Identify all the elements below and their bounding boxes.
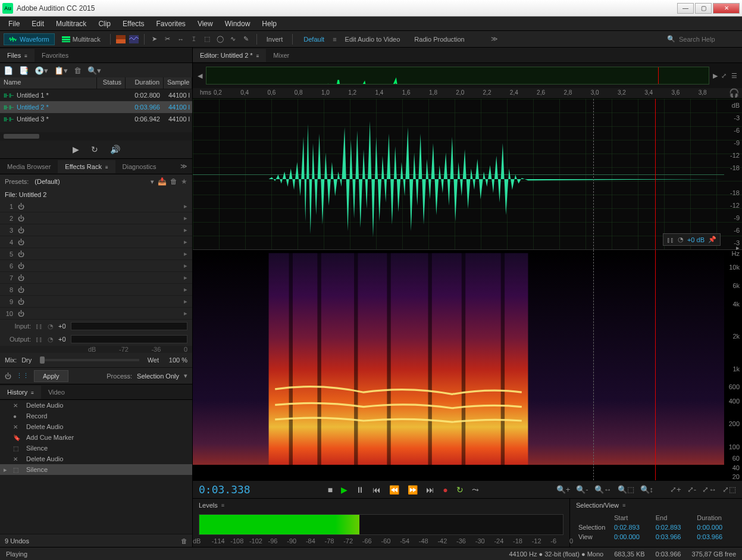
- power-icon[interactable]: ⏻: [18, 239, 24, 246]
- dropdown-chevron-icon[interactable]: ▾: [184, 372, 187, 380]
- chevron-right-icon[interactable]: ▸: [184, 309, 187, 317]
- minimize-button[interactable]: —: [677, 3, 694, 14]
- output-value[interactable]: +0: [58, 336, 66, 343]
- spot-heal-tool[interactable]: ✎: [241, 34, 252, 45]
- col-status[interactable]: Status: [97, 77, 126, 89]
- panel-menu-icon[interactable]: ≡: [105, 165, 108, 170]
- mix-slider[interactable]: [40, 359, 139, 361]
- history-item[interactable]: ⬚Silence: [0, 443, 192, 453]
- workspace-menu-icon[interactable]: ≡: [333, 36, 336, 43]
- zoom-full-icon[interactable]: 🔍↔: [594, 485, 612, 494]
- hud-knob-icon[interactable]: ◔: [678, 236, 684, 243]
- pause-button[interactable]: ⏸: [356, 485, 364, 495]
- file-row[interactable]: ⊪⊩ Untitled 2 * 0:03.966 44100 l: [0, 101, 192, 113]
- fx-slot[interactable]: 5⏻▸: [0, 248, 192, 260]
- menu-view[interactable]: View: [192, 17, 219, 30]
- file-row[interactable]: ⊪⊩ Untitled 1 * 0:02.800 44100 l: [0, 89, 192, 101]
- spectral-freq-button[interactable]: [115, 34, 126, 45]
- zoom-reset-icon[interactable]: ⤢↔: [702, 485, 716, 494]
- input-value[interactable]: +0: [58, 323, 66, 330]
- play-icon[interactable]: ▶: [73, 145, 79, 154]
- history-item[interactable]: ✕Delete Audio: [0, 421, 192, 432]
- view-end[interactable]: 0:03.966: [653, 532, 695, 542]
- view-start[interactable]: 0:00.000: [612, 532, 653, 542]
- favorite-icon[interactable]: ★: [181, 177, 187, 186]
- chevron-right-icon[interactable]: ▸: [184, 226, 187, 234]
- fx-slot[interactable]: 3⏻▸: [0, 224, 192, 236]
- col-duration[interactable]: Duration: [126, 77, 164, 89]
- waveform-display[interactable]: dB -3 -6 -9 -12 -18 -18 -12 -9 -6 -3 ⫿⫿ …: [193, 99, 742, 250]
- zoom-in-icon[interactable]: 🔍+: [556, 485, 571, 494]
- multitrack-view-button[interactable]: Multitrack: [57, 33, 105, 45]
- history-item[interactable]: ✕Delete Audio: [0, 400, 192, 411]
- power-icon[interactable]: ⏻: [18, 215, 24, 222]
- time-ruler[interactable]: hms 0,20,40,60,81,01,21,41,61,82,02,22,4…: [193, 88, 742, 99]
- power-icon[interactable]: ⏻: [5, 373, 11, 380]
- fx-slot[interactable]: 10⏻▸: [0, 308, 192, 320]
- panel-menu-icon[interactable]: ≡: [24, 54, 27, 59]
- tab-favorites[interactable]: Favorites: [35, 49, 76, 62]
- waveform-view-button[interactable]: Waveform: [4, 33, 55, 45]
- workspace-default[interactable]: Default: [298, 35, 330, 44]
- zoom-in-v-icon[interactable]: 🔍↕: [640, 485, 654, 494]
- dropdown-chevron-icon[interactable]: ▾: [151, 178, 154, 186]
- apply-button[interactable]: Apply: [34, 370, 68, 382]
- timecode-display[interactable]: 0:03.338: [199, 483, 251, 496]
- menu-edit[interactable]: Edit: [26, 17, 50, 30]
- zoom-sel-time-icon[interactable]: ⤢⬚: [722, 485, 736, 494]
- chevron-right-icon[interactable]: ▸: [184, 214, 187, 222]
- zoom-sel-icon[interactable]: 🔍⬚: [618, 485, 634, 494]
- files-hscroll[interactable]: [0, 132, 192, 140]
- overflow-icon[interactable]: ≫: [176, 160, 192, 173]
- menu-effects[interactable]: Effects: [117, 17, 150, 30]
- power-icon[interactable]: ⏻: [18, 251, 24, 258]
- insert-icon[interactable]: 📋▾: [54, 66, 68, 75]
- tab-mixer[interactable]: Mixer: [266, 49, 296, 62]
- slip-tool[interactable]: ↔: [176, 34, 186, 45]
- panel-menu-icon[interactable]: ≡: [221, 502, 224, 508]
- zoom-nav-icon[interactable]: ⤢: [721, 72, 727, 80]
- chevron-right-icon[interactable]: ▸: [184, 250, 187, 258]
- tab-effects-rack[interactable]: Effects Rack≡: [58, 160, 115, 173]
- to-start-button[interactable]: ⏮: [372, 485, 381, 495]
- loop-icon[interactable]: ↻: [91, 145, 98, 154]
- fx-slot[interactable]: 9⏻▸: [0, 296, 192, 308]
- loop-button[interactable]: ↻: [456, 485, 464, 495]
- power-icon[interactable]: ⏻: [18, 203, 24, 210]
- tab-diagnostics[interactable]: Diagnostics: [115, 160, 164, 173]
- hud-pin-icon[interactable]: 📌: [708, 236, 716, 243]
- history-item[interactable]: 🔖Add Cue Marker: [0, 432, 192, 443]
- open-file-icon[interactable]: 📄: [4, 66, 13, 75]
- import-cd-icon[interactable]: 💿▾: [35, 66, 48, 75]
- zoom-out-icon[interactable]: 🔍-: [576, 485, 588, 494]
- tab-history[interactable]: History≡: [0, 386, 41, 399]
- delete-preset-icon[interactable]: 🗑: [170, 177, 177, 186]
- menu-favorites[interactable]: Favorites: [151, 17, 192, 30]
- col-name[interactable]: Name: [0, 77, 97, 89]
- menu-clip[interactable]: Clip: [92, 17, 117, 30]
- chevron-right-icon[interactable]: ▸: [184, 238, 187, 246]
- invert-button[interactable]: Invert: [262, 33, 288, 45]
- fx-slot[interactable]: 8⏻▸: [0, 284, 192, 296]
- new-file-icon[interactable]: 📑: [19, 66, 29, 75]
- fx-slot[interactable]: 1⏻▸: [0, 201, 192, 212]
- overview-bar[interactable]: ◀ ▶ ⤢ ☰: [193, 63, 742, 88]
- spectrogram-display[interactable]: Hz 10k6k4k2k1k600400200100604020 ▸: [193, 250, 742, 480]
- trash-icon[interactable]: 🗑: [181, 537, 187, 545]
- spectral-pitch-button[interactable]: [129, 34, 139, 45]
- play-button[interactable]: ▶: [341, 485, 347, 495]
- power-icon[interactable]: ⏻: [18, 298, 24, 305]
- headphone-icon[interactable]: 🎧: [725, 88, 742, 98]
- workspace-radio[interactable]: Radio Production: [408, 35, 470, 44]
- zoom-in-time-icon[interactable]: ⤢+: [670, 485, 681, 494]
- fx-slot[interactable]: 6⏻▸: [0, 260, 192, 272]
- stop-button[interactable]: ■: [328, 485, 333, 495]
- maximize-button[interactable]: ▢: [695, 3, 712, 14]
- presets-dropdown[interactable]: (Default): [32, 177, 147, 186]
- fx-slot[interactable]: 2⏻▸: [0, 212, 192, 224]
- col-sample[interactable]: Sample: [164, 77, 192, 89]
- marquee-tool[interactable]: ⬚: [202, 34, 212, 45]
- panel-menu-icon[interactable]: ≡: [256, 54, 259, 59]
- brush-tool[interactable]: ∿: [228, 34, 239, 45]
- delete-icon[interactable]: 🗑: [74, 66, 82, 75]
